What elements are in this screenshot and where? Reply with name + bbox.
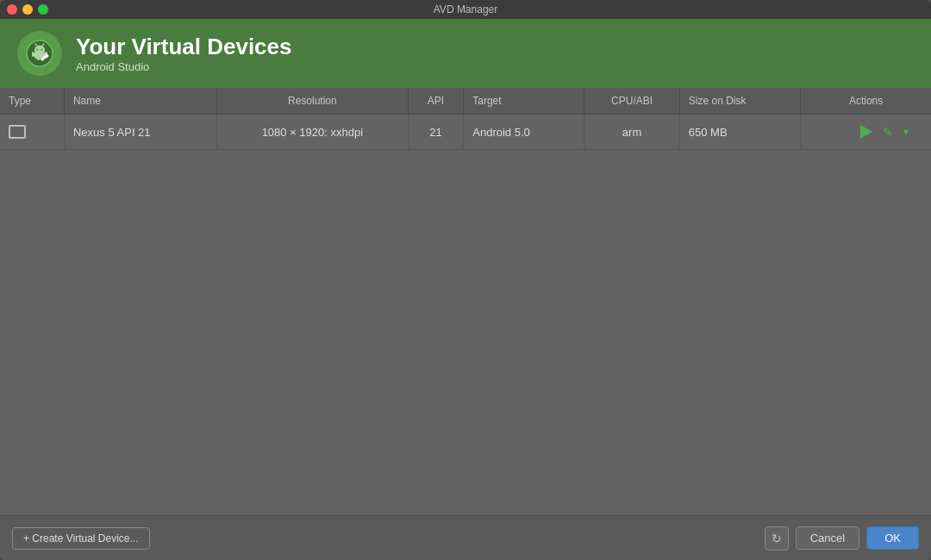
avd-table: Type Name Resolution API Target CPU/ABI … [0,88,931,150]
app-subtitle: Android Studio [76,60,291,73]
title-bar: AVD Manager [0,0,931,19]
device-cpu-cell: arm [584,115,679,150]
device-actions-cell: ✎ ▾ [801,115,931,150]
play-icon [860,125,872,139]
maximize-button[interactable] [38,4,48,15]
footer-right: ↻ Cancel OK [765,526,919,551]
header: Your Virtual Devices Android Studio [0,19,931,88]
footer-left: + Create Virtual Device... [12,527,150,550]
ok-button[interactable]: OK [866,526,919,550]
create-button-label: + Create Virtual Device... [23,532,139,544]
col-name: Name [64,88,216,115]
refresh-icon: ↻ [772,532,782,545]
device-resolution-cell: 1080 × 1920: xxhdpi [217,115,409,150]
create-virtual-device-button[interactable]: + Create Virtual Device... [12,527,150,550]
col-target: Target [464,88,584,115]
svg-rect-3 [32,52,34,57]
col-api: API [408,88,464,115]
window-title: AVD Manager [434,3,497,16]
actions-container: ✎ ▾ [809,123,922,140]
avd-manager-window: AVD Manager [0,0,931,560]
close-button[interactable] [7,4,17,15]
col-type: Type [0,88,64,115]
col-resolution: Resolution [217,88,409,115]
device-type-cell [0,115,64,150]
chevron-down-icon: ▾ [903,126,909,138]
more-button[interactable]: ▾ [902,124,910,140]
svg-rect-5 [37,56,40,60]
refresh-button[interactable]: ↻ [765,526,789,551]
device-name-cell: Nexus 5 API 21 [64,115,216,150]
phone-icon [9,125,26,139]
avd-table-container: Type Name Resolution API Target CPU/ABI … [0,88,931,515]
col-actions: Actions [801,88,931,115]
edit-button[interactable]: ✎ [881,123,895,140]
cancel-button[interactable]: Cancel [796,526,859,550]
device-target-cell: Android 5.0 [464,115,584,150]
app-logo [17,31,62,76]
svg-point-8 [41,49,43,51]
svg-point-7 [37,49,39,51]
pencil-icon: ✎ [883,125,893,139]
device-size-cell: 650 MB [679,115,800,150]
table-header-row: Type Name Resolution API Target CPU/ABI … [0,88,931,115]
page-title: Your Virtual Devices [76,34,291,60]
device-api-cell: 21 [408,115,464,150]
footer: + Create Virtual Device... ↻ Cancel OK [0,515,931,560]
header-text: Your Virtual Devices Android Studio [76,34,291,73]
cancel-label: Cancel [810,532,845,544]
minimize-button[interactable] [22,4,33,15]
play-button[interactable] [859,123,874,140]
table-row: Nexus 5 API 21 1080 × 1920: xxhdpi 21 An… [0,115,931,150]
ok-label: OK [884,532,901,544]
window-controls [7,4,48,15]
col-cpu-abi: CPU/ABI [584,88,679,115]
col-size-on-disk: Size on Disk [679,88,800,115]
logo-icon [25,39,54,68]
